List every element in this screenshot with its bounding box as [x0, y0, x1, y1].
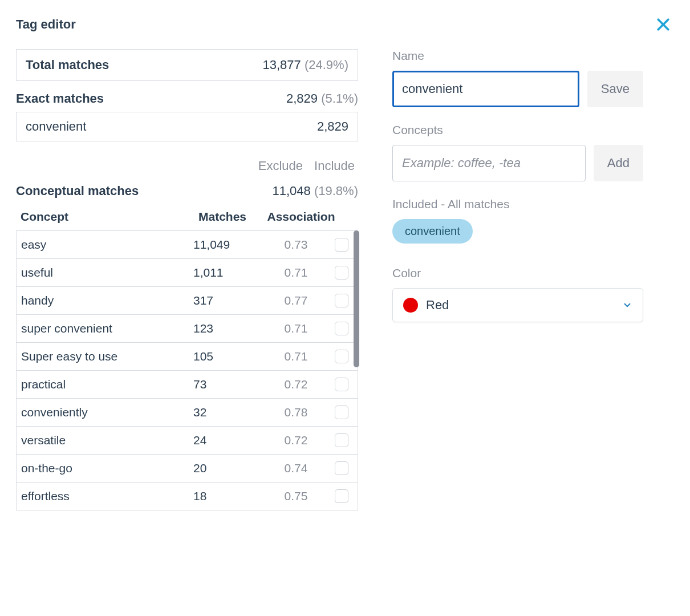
concept-matches: 18 — [193, 489, 262, 503]
exact-matches-list: convenient 2,829 — [16, 112, 358, 141]
concept-association: 0.72 — [262, 433, 330, 447]
exact-matches-value: 2,829 (5.1%) — [286, 91, 358, 106]
concept-matches: 32 — [193, 406, 262, 419]
concept-matches: 105 — [193, 350, 262, 363]
concept-checkbox[interactable] — [335, 406, 348, 419]
concept-association: 0.74 — [262, 461, 330, 475]
concept-name: super convenient — [21, 322, 193, 335]
conceptual-matches-count: 11,048 — [273, 184, 311, 198]
concept-checkbox[interactable] — [335, 294, 348, 307]
concept-name: Super easy to use — [21, 350, 193, 363]
exclude-include-header: Exclude Include — [16, 159, 358, 173]
page-title: Tag editor — [16, 17, 76, 32]
total-matches-box: Total matches 13,877 (24.9%) — [16, 49, 358, 81]
conceptual-matches-row: Conceptual matches 11,048 (19.8%) — [16, 184, 358, 198]
concept-association: 0.75 — [262, 489, 330, 503]
header-matches: Matches — [198, 210, 267, 224]
edit-panel: Name Save Concepts Add Included - All ma… — [392, 49, 643, 510]
concept-association: 0.71 — [262, 350, 330, 363]
concept-association: 0.72 — [262, 378, 330, 391]
concept-checkbox[interactable] — [335, 350, 348, 363]
concept-name: useful — [21, 266, 193, 279]
concept-association: 0.73 — [262, 238, 330, 252]
concept-association: 0.71 — [262, 322, 330, 335]
color-dot-icon — [403, 298, 418, 313]
exact-match-term: convenient — [26, 119, 86, 134]
concept-checkbox[interactable] — [335, 266, 348, 279]
concept-name: on-the-go — [21, 461, 193, 475]
concept-row[interactable]: useful1,0110.71 — [17, 259, 358, 287]
close-icon — [655, 16, 672, 33]
conceptual-matches-label: Conceptual matches — [16, 184, 139, 198]
concept-matches: 24 — [193, 433, 262, 447]
exact-matches-row: Exact matches 2,829 (5.1%) — [16, 91, 358, 106]
concept-checkbox[interactable] — [335, 322, 348, 335]
color-name: Red — [426, 298, 614, 313]
exact-match-item[interactable]: convenient 2,829 — [17, 112, 358, 141]
concept-matches: 73 — [193, 378, 262, 391]
concept-row[interactable]: conveniently320.78 — [17, 399, 358, 427]
concept-association: 0.78 — [262, 406, 330, 419]
concept-matches: 11,049 — [193, 238, 262, 252]
header-concept: Concept — [21, 210, 198, 224]
total-matches-count: 13,877 — [263, 58, 301, 72]
chevron-down-icon — [622, 300, 632, 310]
concepts-table-header: Concept Matches Association — [16, 204, 358, 230]
scrollbar[interactable] — [354, 230, 359, 367]
include-label: Include — [314, 159, 355, 173]
concept-matches: 317 — [193, 294, 262, 307]
concept-matches: 1,011 — [193, 266, 262, 279]
concept-row[interactable]: easy11,0490.73 — [17, 231, 358, 259]
concept-checkbox[interactable] — [335, 238, 348, 252]
concept-name: versatile — [21, 433, 193, 447]
concept-row[interactable]: Super easy to use1050.71 — [17, 343, 358, 371]
close-button[interactable] — [652, 14, 674, 35]
exact-match-count: 2,829 — [317, 119, 348, 134]
conceptual-matches-pct: (19.8%) — [314, 184, 358, 198]
chip-convenient[interactable]: convenient — [392, 219, 473, 244]
add-button[interactable]: Add — [594, 145, 643, 181]
concept-row[interactable]: handy3170.77 — [17, 287, 358, 315]
matches-panel: Total matches 13,877 (24.9%) Exact match… — [16, 49, 358, 510]
color-label: Color — [392, 266, 643, 280]
total-matches-label: Total matches — [26, 58, 109, 72]
concept-row[interactable]: super convenient1230.71 — [17, 315, 358, 343]
exclude-label: Exclude — [258, 159, 303, 173]
concept-checkbox[interactable] — [335, 461, 348, 475]
concept-name: handy — [21, 294, 193, 307]
conceptual-matches-value: 11,048 (19.8%) — [273, 184, 358, 198]
concepts-input[interactable] — [392, 145, 586, 181]
concept-matches: 20 — [193, 461, 262, 475]
name-input[interactable] — [392, 71, 579, 107]
exact-matches-count: 2,829 — [286, 91, 318, 106]
total-matches-pct: (24.9%) — [305, 58, 348, 72]
color-select[interactable]: Red — [392, 288, 643, 322]
concepts-label: Concepts — [392, 123, 643, 137]
name-label: Name — [392, 49, 643, 63]
concept-name: easy — [21, 238, 193, 252]
total-matches-value: 13,877 (24.9%) — [263, 58, 348, 72]
concept-checkbox[interactable] — [335, 489, 348, 503]
concept-association: 0.71 — [262, 266, 330, 279]
concept-matches: 123 — [193, 322, 262, 335]
concept-name: conveniently — [21, 406, 193, 419]
included-label: Included - All matches — [392, 197, 643, 211]
concepts-table[interactable]: easy11,0490.73useful1,0110.71handy3170.7… — [16, 230, 358, 510]
concept-row[interactable]: versatile240.72 — [17, 427, 358, 455]
concept-row[interactable]: effortless180.75 — [17, 483, 358, 510]
chips-row: convenient — [392, 219, 643, 244]
save-button[interactable]: Save — [587, 71, 643, 107]
concept-row[interactable]: practical730.72 — [17, 371, 358, 399]
concept-row[interactable]: on-the-go200.74 — [17, 455, 358, 483]
concept-name: practical — [21, 378, 193, 391]
concept-checkbox[interactable] — [335, 378, 348, 391]
exact-matches-label: Exact matches — [16, 91, 104, 106]
concept-name: effortless — [21, 489, 193, 503]
exact-matches-pct: (5.1%) — [321, 91, 358, 106]
concept-association: 0.77 — [262, 294, 330, 307]
header-association: Association — [267, 210, 335, 224]
concept-checkbox[interactable] — [335, 433, 348, 447]
